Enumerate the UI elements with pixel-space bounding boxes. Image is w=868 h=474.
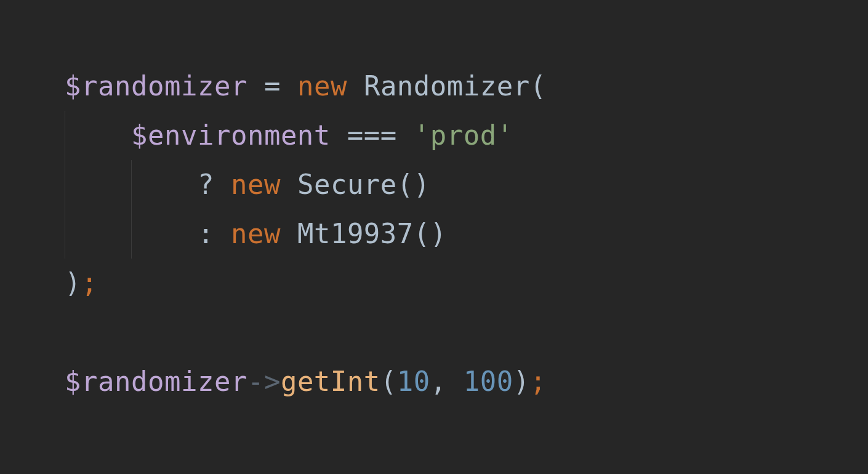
token-number: 100 (464, 366, 513, 397)
token-space (281, 169, 297, 200)
code-line: ); (65, 267, 98, 299)
code-line: $environment === 'prod' (65, 119, 513, 151)
indent (65, 111, 131, 160)
code-line: : new Mt19937() (65, 218, 447, 249)
token-operator: ? (198, 169, 214, 200)
token-semi: ; (81, 267, 98, 299)
token-class: Mt19937 (297, 218, 414, 249)
code-block: $randomizer = new Randomizer( $environme… (0, 0, 868, 406)
indent-guide (65, 111, 65, 160)
token-punct: ( (380, 366, 397, 397)
token-punct: () (397, 169, 430, 200)
token-variable: $environment (131, 119, 331, 151)
indent-guide (131, 209, 132, 259)
token-operator: === (347, 119, 397, 151)
token-punct: () (414, 218, 447, 249)
token-variable: $randomizer (65, 70, 247, 102)
indent-guide (131, 160, 132, 209)
indent (65, 209, 198, 259)
token-arrow: -> (247, 366, 281, 397)
token-class: Randomizer (364, 70, 530, 102)
token-space (281, 218, 297, 249)
token-operator: : (198, 218, 214, 249)
token-space (331, 119, 347, 151)
token-operator: = (264, 70, 281, 102)
indent-guide (65, 160, 65, 209)
token-variable: $randomizer (65, 366, 247, 397)
code-line: $randomizer = new Randomizer( (65, 70, 547, 102)
token-class: Secure (297, 169, 397, 200)
token-space (347, 70, 364, 102)
token-space (447, 366, 464, 397)
token-punct: ) (513, 366, 530, 397)
token-number: 10 (397, 366, 430, 397)
token-space (214, 169, 231, 200)
indent-guide (65, 209, 65, 259)
token-punct: ( (530, 70, 547, 102)
token-space (247, 70, 264, 102)
token-space (397, 119, 414, 151)
code-line: ? new Secure() (65, 169, 430, 200)
indent (65, 160, 198, 209)
token-punct: ) (65, 267, 81, 299)
code-line: $randomizer->getInt(10, 100); (65, 366, 547, 397)
token-method: getInt (281, 366, 380, 397)
token-space (281, 70, 297, 102)
token-semi: ; (530, 366, 547, 397)
token-keyword: new (297, 70, 347, 102)
token-keyword: new (231, 169, 281, 200)
token-string: 'prod' (414, 119, 513, 151)
token-keyword: new (231, 218, 281, 249)
token-space (214, 218, 231, 249)
token-punct: , (430, 366, 447, 397)
